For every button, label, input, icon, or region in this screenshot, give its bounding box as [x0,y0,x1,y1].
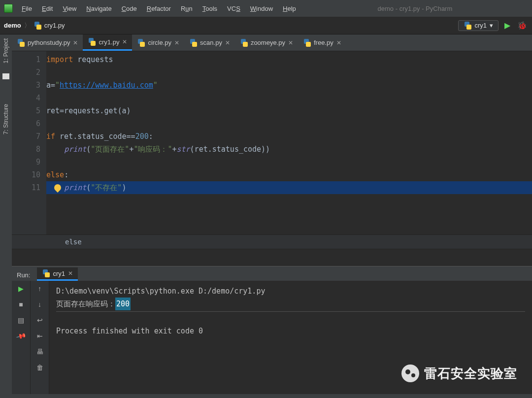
code-line-3[interactable]: a="https://www.baidu.com" [46,79,532,92]
layout-icon[interactable]: ▤ [17,316,25,324]
folder-icon[interactable] [2,73,9,79]
tab-label: pythonstudy.py [28,39,70,46]
trash-icon[interactable]: 🗑 [36,364,44,371]
line-number: 10 [12,168,40,181]
tab-label: scan.py [200,39,222,46]
scroll-to-end-icon[interactable]: ⇤ [36,332,44,340]
line-number: 6 [12,117,40,130]
line-number-gutter: 1 2 3 4 5 6 7 8 9 10 11 [12,51,46,234]
structure-tool-window-button[interactable]: 7: Structure [2,104,9,134]
menu-refactor[interactable]: Refactor [143,4,175,13]
debug-button-icon[interactable]: 🐞 [516,21,528,30]
menu-navigate[interactable]: Navigate [82,4,115,13]
console-line: 页面存在响应码：200 [56,298,525,310]
menu-run[interactable]: Run [177,4,197,13]
close-icon[interactable]: ✕ [122,38,127,45]
python-file-icon [303,39,311,47]
editor-tab-scan[interactable]: scan.py ✕ [184,34,235,51]
python-file-icon [33,22,41,30]
python-file-icon [137,39,145,47]
editor-tabs: pythonstudy.py ✕ cry1.py ✕ circle.py ✕ s… [12,34,532,51]
python-icon [464,22,471,30]
dropdown-icon: ▾ [490,22,493,29]
editor-tab-zoomeye[interactable]: zoomeye.py ✕ [235,34,298,51]
editor-area: pythonstudy.py ✕ cry1.py ✕ circle.py ✕ s… [12,34,532,249]
run-configuration-selector[interactable]: cry1 ▾ [458,20,499,31]
editor-tab-cry1[interactable]: cry1.py ✕ [83,34,132,51]
python-file-icon [17,39,25,47]
print-icon[interactable]: 🖶 [36,348,44,356]
code-line-5[interactable]: ret=requests.get(a) [46,104,532,117]
menu-vcs[interactable]: VCS [223,4,244,13]
menu-bar: File Edit View Navigate Code Refactor Ru… [0,0,532,17]
up-arrow-icon[interactable]: ↑ [36,285,44,293]
stop-icon[interactable]: ■ [17,300,25,308]
menu-view[interactable]: View [59,4,80,13]
run-button-icon[interactable]: ▶ [501,21,513,30]
chevron-right-icon: 〉 [24,21,31,30]
code-line-4[interactable] [46,92,532,104]
line-number: 8 [12,143,40,156]
menu-window[interactable]: Window [246,4,277,13]
pin-icon[interactable]: 📌 [16,331,27,341]
python-file-icon [240,39,248,47]
line-number: 1 [12,53,40,66]
tab-label: circle.py [148,39,171,46]
project-tool-window-button[interactable]: 1: Project [2,38,9,64]
run-panel-tab[interactable]: cry1 ✕ [37,267,78,281]
code-line-11[interactable]: print("不存在") [46,181,532,194]
line-number: 5 [12,104,40,117]
close-icon[interactable]: ✕ [68,270,73,277]
run-config-name: cry1 [474,22,487,29]
editor[interactable]: 1 2 3 4 5 6 7 8 9 10 11 import requests … [12,51,532,234]
code-line-9[interactable] [46,156,532,168]
menu-tools[interactable]: Tools [199,4,221,13]
run-panel-header: Run: cry1 ✕ [12,266,532,281]
code-line-6[interactable] [46,117,532,130]
code-breadcrumb-label: else [65,238,82,246]
tab-label: cry1.py [99,38,119,46]
soft-wrap-icon[interactable]: ↩ [36,316,44,324]
python-file-icon [189,39,197,47]
line-number: 11 [12,181,40,194]
wechat-icon [401,365,419,382]
python-icon [42,269,50,277]
menu-file[interactable]: File [18,4,36,13]
window-title: demo - cry1.py - PyCharm [302,5,528,12]
breadcrumb-project[interactable]: demo [4,22,21,29]
code-line-1[interactable]: import requests [46,53,532,66]
console-selected-text: 200 [115,298,131,310]
menu-help[interactable]: Help [279,4,300,13]
editor-tab-pythonstudy[interactable]: pythonstudy.py ✕ [12,34,83,51]
code-line-10[interactable]: else: [46,168,532,181]
code-line-8[interactable]: print("页面存在"+"响应码："+str(ret.status_code)… [46,143,532,156]
code-area[interactable]: import requests a="https://www.baidu.com… [46,51,532,234]
rerun-icon[interactable]: ▶ [17,285,25,293]
close-icon[interactable]: ✕ [288,39,293,46]
breadcrumb-file[interactable]: cry1.py [44,22,65,29]
tab-label: free.py [314,39,333,46]
menu-code[interactable]: Code [118,4,141,13]
code-line-2[interactable] [46,66,532,79]
line-number: 4 [12,92,40,104]
close-icon[interactable]: ✕ [336,39,341,46]
close-icon[interactable]: ✕ [73,39,78,46]
python-file-icon [88,38,96,46]
code-breadcrumb[interactable]: else [12,234,532,249]
line-number: 9 [12,156,40,168]
line-number: 7 [12,130,40,143]
editor-tab-free[interactable]: free.py ✕ [298,34,346,51]
code-line-7[interactable]: if ret.status_code==200: [46,130,532,143]
run-action-toolbar-1: ▶ ■ ▤ 📌 [12,281,31,394]
down-arrow-icon[interactable]: ↓ [36,300,44,308]
editor-tab-circle[interactable]: circle.py ✕ [132,34,184,51]
menu-edit[interactable]: Edit [38,4,57,13]
pycharm-app-icon [4,4,13,13]
navigation-bar: demo 〉 cry1.py cry1 ▾ ▶ 🐞 [0,17,532,34]
close-icon[interactable]: ✕ [174,39,179,46]
breadcrumb: demo 〉 cry1.py [4,21,455,30]
watermark: 雷石安全实验室 [401,365,517,382]
console-exit-line: Process finished with exit code 0 [56,325,525,337]
close-icon[interactable]: ✕ [225,39,230,46]
console-command: D:\demo\venv\Scripts\python.exe D:/demo/… [56,285,525,298]
